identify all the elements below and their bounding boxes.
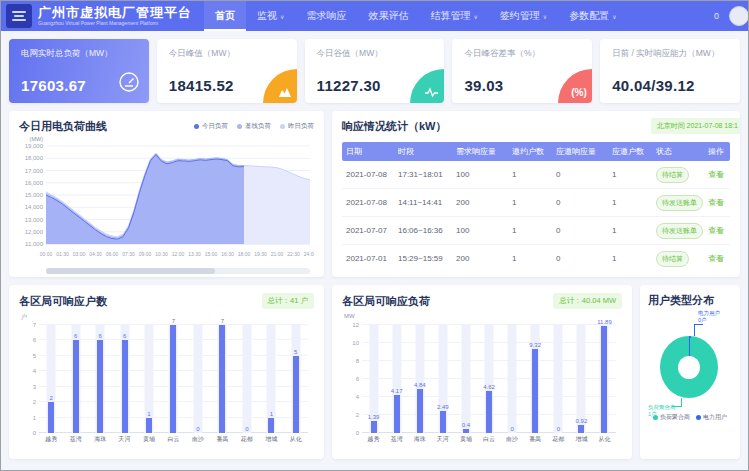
svg-text:16:30: 16:30: [221, 251, 234, 257]
load-curve-chart: 11,00012,00013,00014,00015,00016,00017,0…: [19, 134, 314, 261]
bar: [394, 395, 400, 433]
table-row: 2021-07-07 16:06~16:36 100 1 0 1 待发送账单 查…: [342, 217, 730, 245]
table-row: 2021-07-01 15:29~15:59 200 1 0 1 待结算 查看: [342, 245, 730, 272]
user-type-donut-chart: 电力用户 0户 负荷聚合商 1户 负荷聚合商 电力用户: [648, 308, 732, 426]
bar-cell: 1.39越秀: [362, 325, 385, 433]
svg-text:15,000: 15,000: [25, 192, 44, 198]
bar: [601, 326, 607, 433]
bar: [73, 340, 79, 433]
total-badge: 总计：41 户: [262, 293, 314, 309]
bar-cell: 2越秀: [39, 325, 63, 433]
panel-title: 用户类型分布: [648, 293, 732, 308]
bar: [219, 325, 225, 433]
chart-zoom-slider[interactable]: [46, 268, 310, 274]
y-axis-unit: 户: [21, 313, 27, 322]
svg-text:22:30: 22:30: [287, 251, 300, 257]
svg-text:16,000: 16,000: [25, 180, 44, 186]
bar-cell: 11.89从化: [593, 325, 616, 433]
bar: [371, 421, 377, 434]
bar-cell: 0花都: [235, 325, 259, 433]
beijing-time-badge: 北京时间 2021-07-08 18:1: [651, 118, 740, 134]
view-link[interactable]: 查看: [708, 169, 726, 180]
nav-item-parameters[interactable]: 参数配置∨: [558, 1, 627, 31]
svg-text:21:00: 21:00: [271, 251, 284, 257]
status-badge: 待结算: [656, 251, 689, 267]
legend-item-yesterday[interactable]: 昨日负荷: [280, 122, 314, 131]
user-type-panel: 用户类型分布 电力用户 0户 负荷聚合商 1户: [640, 285, 740, 459]
response-statistics-panel: 响应情况统计（kW） 北京时间 2021-07-08 18:1 日期 时段 需求…: [332, 111, 740, 277]
nav-item-effect-evaluation[interactable]: 效果评估: [357, 1, 419, 31]
app-window: 广州市虚拟电厂管理平台 Guangzhou Virtual Power Plan…: [0, 0, 749, 471]
bar-cell: 6海珠: [88, 325, 112, 433]
panel-title: 各区局可响应户数: [19, 294, 107, 309]
bar-cell: 4.62白云: [477, 325, 500, 433]
kpi-card-peak-valley-rate: 今日峰谷差率（%） 39.03 (%): [452, 39, 592, 103]
legend-dot: [653, 415, 658, 420]
chevron-down-icon: ∨: [612, 13, 616, 20]
bar: [170, 325, 176, 433]
svg-text:07:30: 07:30: [122, 251, 135, 257]
bar: [146, 418, 152, 433]
nav-item-monitor[interactable]: 监视∨: [246, 1, 295, 31]
app-subtitle: Guangzhou Virtual Power Plant Management…: [38, 21, 192, 26]
bar: [578, 425, 584, 433]
top-navbar: 广州市虚拟电厂管理平台 Guangzhou Virtual Power Plan…: [1, 1, 748, 31]
nav-item-home[interactable]: 首页: [204, 1, 246, 31]
load-curve-legend: 今日负荷 基线负荷 昨日负荷: [194, 122, 314, 131]
bar-cell: 9.32番禺: [524, 325, 547, 433]
nav-item-settlement[interactable]: 结算管理∨: [419, 1, 488, 31]
svg-text:17,000: 17,000: [25, 168, 44, 174]
y-axis-unit: MW: [344, 313, 355, 319]
bar: [97, 340, 103, 433]
view-link[interactable]: 查看: [708, 197, 726, 208]
nav-item-contract[interactable]: 签约管理∨: [489, 1, 558, 31]
households-bar-panel: 各区局可响应户数 总计：41 户 户012345672越秀6荔湾6海珠6天河1黄…: [9, 285, 324, 459]
bar-cell: 6荔湾: [63, 325, 87, 433]
panel-title: 各区局可响应负荷: [342, 294, 430, 309]
legend-dot: [280, 124, 285, 129]
bar: [293, 356, 299, 433]
user-avatar[interactable]: [729, 6, 749, 26]
legend-item-today[interactable]: 今日负荷: [194, 122, 228, 131]
table-row: 2021-07-08 17:31~18:01 100 1 0 1 待结算 查看: [342, 161, 730, 189]
legend-item-baseline[interactable]: 基线负荷: [237, 122, 271, 131]
nav-item-demand-response[interactable]: 需求响应: [295, 1, 357, 31]
view-link[interactable]: 查看: [708, 253, 726, 264]
bar-cell: 7番禺: [210, 325, 234, 433]
status-badge: 待发送账单: [656, 195, 703, 211]
kpi-card-today-peak: 今日峰值（MW） 18415.52: [157, 39, 297, 103]
bar-background-band: [461, 325, 470, 433]
bar: [48, 402, 54, 433]
svg-text:00:00: 00:00: [40, 251, 53, 257]
bar-cell: 0南沙: [186, 325, 210, 433]
svg-text:12:00: 12:00: [172, 251, 185, 257]
bar-cell: 4.17荔湾: [385, 325, 408, 433]
bar-value-label: 7: [153, 318, 193, 324]
bar-cell: 5从化: [284, 325, 308, 433]
legend-item-aggregator[interactable]: 负荷聚合商: [653, 413, 690, 422]
kpi-card-today-valley: 今日谷值（MW） 11227.30: [305, 39, 445, 103]
panel-title: 今日用电负荷曲线: [19, 119, 107, 134]
status-badge: 待结算: [656, 167, 689, 183]
svg-text:10:30: 10:30: [155, 251, 168, 257]
svg-text:13:30: 13:30: [188, 251, 201, 257]
svg-text:12,000: 12,000: [25, 229, 44, 235]
gauge-icon: [118, 71, 140, 97]
bar-cell: 2.49天河: [431, 325, 454, 433]
bar: [532, 349, 538, 433]
view-link[interactable]: 查看: [708, 225, 726, 236]
bar-background-band: [242, 325, 251, 433]
kpi-card-response-capability: 日前 / 实时响应能力（MW） 40.04/39.12: [600, 39, 740, 103]
district-load-bar-chart: MW0246810121.39越秀4.17荔湾4.84海珠2.49天河0.4黄埔…: [342, 313, 622, 447]
legend-dot: [194, 124, 199, 129]
donut-label-power-user: 电力用户 0户: [698, 310, 720, 324]
bar-cell: 0.92增城: [570, 325, 593, 433]
legend-item-power-user[interactable]: 电力用户: [696, 413, 727, 422]
svg-text:14,000: 14,000: [25, 204, 44, 210]
notification-count[interactable]: 0: [714, 11, 719, 21]
brand: 广州市虚拟电厂管理平台 Guangzhou Virtual Power Plan…: [38, 6, 192, 26]
slider-fill[interactable]: [46, 268, 215, 274]
bar: [463, 429, 469, 433]
bar: [486, 391, 492, 433]
bar: [417, 389, 423, 433]
